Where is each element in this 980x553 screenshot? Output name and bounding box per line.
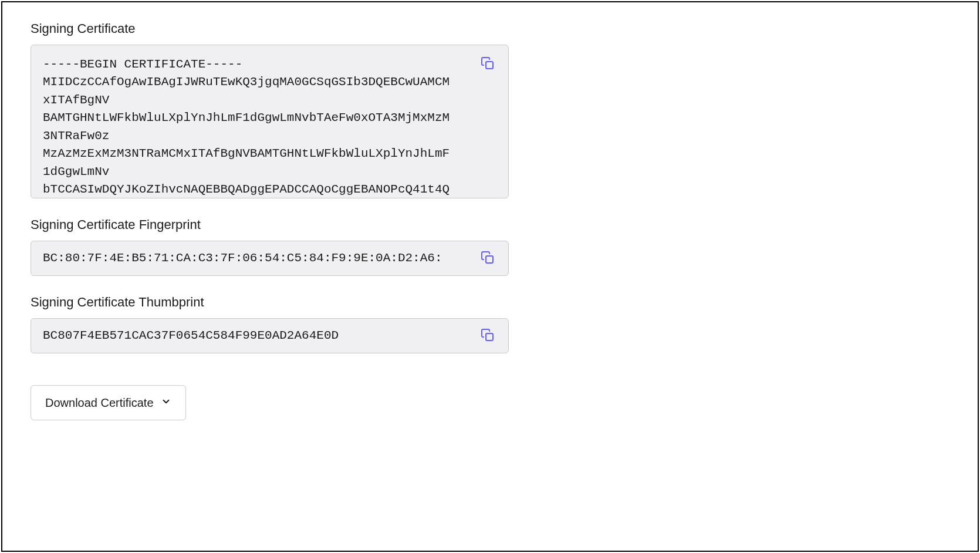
signing-certificate-box: -----BEGIN CERTIFICATE----- MIIDCzCCAfOg… [31, 45, 509, 198]
fingerprint-box: BC:80:7F:4E:B5:71:CA:C3:7F:06:54:C5:84:F… [31, 241, 509, 276]
copy-cell [467, 250, 508, 267]
svg-rect-2 [486, 333, 493, 340]
copy-certificate-button[interactable] [479, 56, 496, 72]
thumbprint-label: Signing Certificate Thumbprint [31, 295, 949, 310]
thumbprint-section: Signing Certificate Thumbprint BC807F4EB… [31, 295, 949, 353]
chevron-down-icon [161, 396, 171, 410]
copy-fingerprint-button[interactable] [479, 250, 496, 267]
certificate-panel: Signing Certificate -----BEGIN CERTIFICA… [1, 1, 979, 552]
copy-cell [467, 328, 508, 344]
thumbprint-value[interactable]: BC807F4EB571CAC37F0654C584F99E0AD2A64E0D [31, 318, 467, 353]
copy-icon [481, 56, 495, 72]
download-certificate-button[interactable]: Download Certificate [31, 385, 186, 420]
download-certificate-label: Download Certificate [45, 396, 154, 410]
fingerprint-section: Signing Certificate Fingerprint BC:80:7F… [31, 217, 949, 276]
signing-certificate-section: Signing Certificate -----BEGIN CERTIFICA… [31, 21, 949, 198]
copy-icon [481, 251, 495, 267]
copy-icon [481, 328, 495, 344]
signing-certificate-value[interactable]: -----BEGIN CERTIFICATE----- MIIDCzCCAfOg… [31, 45, 467, 198]
svg-rect-1 [486, 256, 493, 263]
copy-thumbprint-button[interactable] [479, 328, 496, 344]
copy-cell [467, 45, 508, 198]
download-section: Download Certificate [31, 385, 949, 420]
signing-certificate-label: Signing Certificate [31, 21, 949, 36]
thumbprint-box: BC807F4EB571CAC37F0654C584F99E0AD2A64E0D [31, 318, 509, 353]
fingerprint-value[interactable]: BC:80:7F:4E:B5:71:CA:C3:7F:06:54:C5:84:F… [31, 241, 467, 276]
svg-rect-0 [486, 62, 493, 69]
fingerprint-label: Signing Certificate Fingerprint [31, 217, 949, 232]
